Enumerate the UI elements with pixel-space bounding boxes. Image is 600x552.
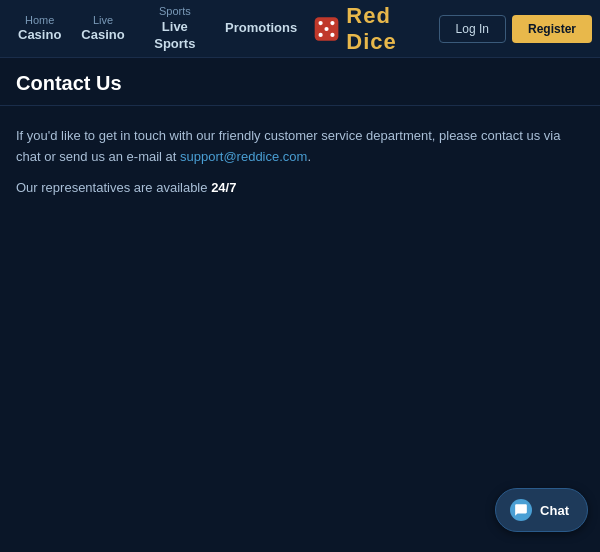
nav-item-sports[interactable]: Sports Live Sports	[135, 0, 215, 59]
availability-hours: 24/7	[211, 180, 236, 195]
nav-home-bottom: Casino	[18, 27, 61, 44]
nav-live-casino-bottom: Casino	[81, 27, 124, 44]
dice-icon	[313, 13, 340, 45]
site-header: Home Casino Live Casino Sports Live Spor…	[0, 0, 600, 58]
nav-home-top: Home	[25, 13, 54, 27]
svg-point-5	[325, 26, 329, 30]
nav-item-promotions[interactable]: Promotions	[215, 14, 307, 43]
main-content: If you'd like to get in touch with our f…	[0, 106, 600, 228]
nav-item-live-casino[interactable]: Live Casino	[71, 7, 134, 50]
svg-point-1	[319, 20, 323, 24]
site-logo[interactable]: Red Dice	[313, 3, 432, 55]
page-title: Contact Us	[16, 72, 584, 95]
svg-point-2	[331, 20, 335, 24]
nav-item-home[interactable]: Home Casino	[8, 7, 71, 50]
main-nav: Home Casino Live Casino Sports Live Spor…	[8, 0, 439, 59]
contact-header: Contact Us	[0, 58, 600, 106]
logo-dice-container: Red Dice	[313, 3, 432, 55]
register-button[interactable]: Register	[512, 15, 592, 43]
svg-point-3	[319, 32, 323, 36]
nav-promotions-label: Promotions	[225, 20, 297, 37]
contact-description: If you'd like to get in touch with our f…	[16, 126, 584, 168]
nav-live-casino-top: Live	[93, 13, 113, 27]
logo-text: Red Dice	[346, 3, 432, 55]
availability-prefix: Our representatives are available	[16, 180, 208, 195]
nav-sports-top: Sports	[159, 4, 191, 18]
contact-email[interactable]: support@reddice.com	[180, 149, 307, 164]
login-button[interactable]: Log In	[439, 15, 506, 43]
chat-label: Chat	[540, 503, 569, 518]
nav-sports-bottom: Live Sports	[145, 19, 205, 53]
chat-icon	[510, 499, 532, 521]
availability-text: Our representatives are available 24/7	[16, 178, 584, 199]
chat-widget[interactable]: Chat	[495, 488, 588, 532]
svg-point-4	[331, 32, 335, 36]
auth-buttons: Log In Register	[439, 15, 592, 43]
